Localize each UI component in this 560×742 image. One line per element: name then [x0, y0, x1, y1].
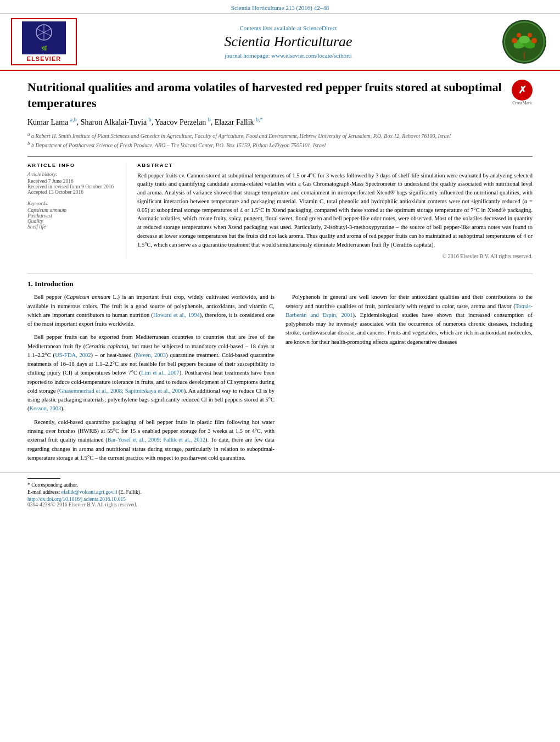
- sciencedirect-link[interactable]: ScienceDirect: [303, 25, 337, 31]
- journal-title: Scientia Horticulturae: [77, 34, 500, 50]
- keyword-1: Capsicum annuum: [27, 208, 118, 213]
- article-history-group: Article history: Received 7 June 2016 Re…: [27, 171, 118, 195]
- article-info-column: ARTICLE INFO Article history: Received 7…: [27, 163, 126, 260]
- abstract-text: Red pepper fruits cv. Cannon stored at s…: [137, 171, 533, 249]
- email-line: E-mail address: efallik@volcani.agri.gov…: [27, 489, 533, 495]
- crossmark-badge: ✗ CrossMark: [512, 80, 533, 105]
- history-label: Article history:: [27, 171, 118, 177]
- homepage-label: journal homepage: www.elsevier.com/locat…: [77, 52, 500, 59]
- keyword-2: Postharvest: [27, 213, 118, 219]
- ref-howard[interactable]: Howard et al., 1994: [153, 312, 200, 318]
- svg-text:🌿: 🌿: [41, 45, 48, 52]
- email-link[interactable]: efallik@volcani.agri.gov.il: [61, 489, 117, 495]
- svg-point-13: [531, 38, 537, 43]
- ref-kosson[interactable]: Kosson, 2003: [30, 405, 61, 411]
- ref-lim[interactable]: Lim et al., 2007: [141, 370, 180, 376]
- author-names: Kumar Lama a,b, Sharon Alkalai-Tuvia b, …: [27, 118, 263, 126]
- copyright-line: © 2016 Elsevier B.V. All rights reserved…: [137, 253, 533, 259]
- abstract-label: ABSTRACT: [137, 163, 533, 168]
- affiliation-b: b b Department of Postharvest Science of…: [27, 141, 533, 148]
- ref-ghasemnezhad[interactable]: Ghasemnezhad et al., 2008; Sapitnitskaya…: [59, 388, 184, 394]
- keyword-3: Quality: [27, 219, 118, 224]
- article-title: Nutritional qualities and aroma volatile…: [27, 80, 533, 111]
- intro-p2: Bell pepper fruits can be exported from …: [27, 333, 275, 413]
- page: Scientia Horticulturae 213 (2016) 42–48 …: [0, 0, 560, 742]
- journal-header: 🌿 ELSEVIER Contents lists available at S…: [0, 14, 560, 71]
- intro-p1: Bell pepper (Capsicum annuum L.) is an i…: [27, 293, 275, 328]
- homepage-url[interactable]: www.elsevier.com/locate/scihorti: [271, 52, 352, 59]
- svg-point-12: [512, 38, 517, 43]
- journal-citation-bar: Scientia Horticulturae 213 (2016) 42–48: [0, 0, 560, 14]
- footnote-divider: [27, 478, 60, 479]
- body-section: 1. Introduction Bell pepper (Capsicum an…: [0, 280, 560, 467]
- keywords-label: Keywords:: [27, 200, 118, 206]
- received-date: Received 7 June 2016: [27, 178, 118, 184]
- ref-baryosef[interactable]: Bar-Yosef et al., 2009; Fallik et al., 2…: [108, 437, 205, 443]
- article-content: ✗ CrossMark Nutritional qualities and ar…: [0, 71, 560, 268]
- intro-col-right: Polyphenols in general are well known fo…: [285, 293, 533, 467]
- svg-point-14: [517, 33, 521, 37]
- article-info-label: ARTICLE INFO: [27, 163, 118, 168]
- article-info-abstract-section: ARTICLE INFO Article history: Received 7…: [27, 157, 533, 260]
- sciencedirect-label: Contents lists available at ScienceDirec…: [77, 25, 500, 31]
- intro-two-col: Bell pepper (Capsicum annuum L.) is an i…: [27, 293, 533, 467]
- elsevier-label: ELSEVIER: [27, 55, 61, 62]
- ref-neven[interactable]: Neven, 2003: [136, 352, 166, 358]
- journal-center-header: Contents lists available at ScienceDirec…: [77, 25, 500, 59]
- keyword-4: Shelf life: [27, 224, 118, 230]
- intro-p4: Polyphenols in general are well known fo…: [285, 293, 533, 347]
- intro-p3: Recently, cold-based quarantine packagin…: [27, 418, 275, 462]
- corresponding-label: * Corresponding author.: [27, 482, 533, 488]
- intro-col-left: Bell pepper (Capsicum annuum L.) is an i…: [27, 293, 275, 467]
- svg-point-15: [528, 33, 532, 37]
- ref-usfda[interactable]: US-FDA, 2002: [55, 352, 91, 358]
- section-divider: [27, 274, 533, 274]
- affiliation-a: a a Robert H. Smith Institute of Plant S…: [27, 131, 533, 139]
- journal-logo-right: [500, 20, 549, 64]
- intro-section-title: 1. Introduction: [27, 280, 533, 288]
- svg-point-10: [519, 36, 530, 43]
- accepted-date: Accepted 13 October 2016: [27, 189, 118, 195]
- issn-line: 0304-4238/© 2016 Elsevier B.V. All right…: [27, 502, 533, 507]
- footer-section: * Corresponding author. E-mail address: …: [0, 472, 560, 513]
- elsevier-logo: 🌿 ELSEVIER: [11, 18, 77, 65]
- abstract-column: ABSTRACT Red pepper fruits cv. Cannon st…: [137, 163, 533, 260]
- ref-tomas[interactable]: Tomás-Barberán and Espín, 2001: [285, 303, 533, 318]
- keywords-group: Keywords: Capsicum annuum Postharvest Qu…: [27, 200, 118, 230]
- doi-link[interactable]: http://dx.doi.org/10.1016/j.scienta.2016…: [27, 496, 533, 502]
- revised-date: Received in revised form 9 October 2016: [27, 184, 118, 189]
- authors-line: Kumar Lama a,b, Sharon Alkalai-Tuvia b, …: [27, 116, 533, 127]
- journal-citation: Scientia Horticulturae 213 (2016) 42–48: [231, 4, 329, 11]
